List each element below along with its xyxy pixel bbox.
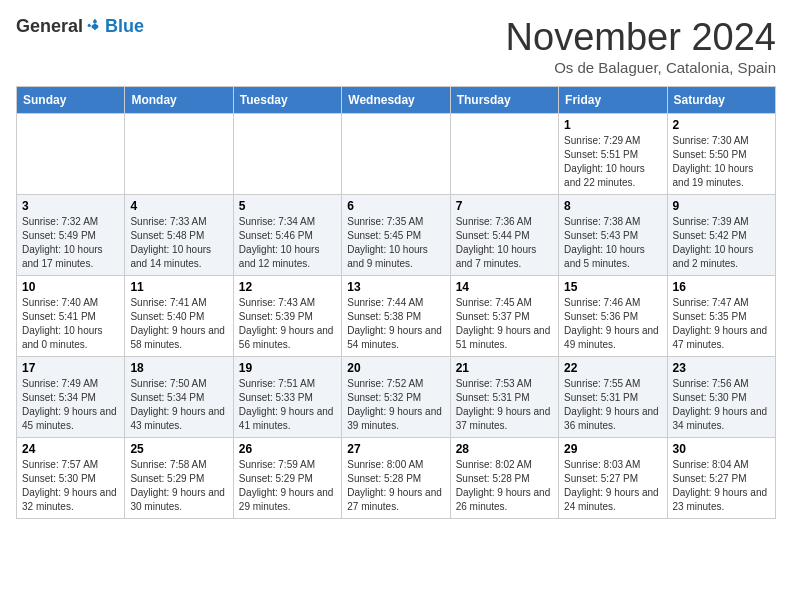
calendar-cell: 27Sunrise: 8:00 AMSunset: 5:28 PMDayligh… — [342, 438, 450, 519]
day-info: Sunrise: 7:49 AMSunset: 5:34 PMDaylight:… — [22, 377, 119, 433]
calendar-cell: 20Sunrise: 7:52 AMSunset: 5:32 PMDayligh… — [342, 357, 450, 438]
weekday-header-monday: Monday — [125, 87, 233, 114]
day-number: 7 — [456, 199, 553, 213]
calendar-cell: 8Sunrise: 7:38 AMSunset: 5:43 PMDaylight… — [559, 195, 667, 276]
day-number: 8 — [564, 199, 661, 213]
day-info: Sunrise: 7:52 AMSunset: 5:32 PMDaylight:… — [347, 377, 444, 433]
calendar-cell: 3Sunrise: 7:32 AMSunset: 5:49 PMDaylight… — [17, 195, 125, 276]
weekday-header-sunday: Sunday — [17, 87, 125, 114]
calendar-week-row: 3Sunrise: 7:32 AMSunset: 5:49 PMDaylight… — [17, 195, 776, 276]
day-number: 30 — [673, 442, 770, 456]
weekday-header-wednesday: Wednesday — [342, 87, 450, 114]
calendar-cell — [125, 114, 233, 195]
calendar-cell: 13Sunrise: 7:44 AMSunset: 5:38 PMDayligh… — [342, 276, 450, 357]
calendar-cell — [450, 114, 558, 195]
logo-blue-text: Blue — [105, 16, 144, 37]
calendar-week-row: 10Sunrise: 7:40 AMSunset: 5:41 PMDayligh… — [17, 276, 776, 357]
day-number: 17 — [22, 361, 119, 375]
day-info: Sunrise: 7:44 AMSunset: 5:38 PMDaylight:… — [347, 296, 444, 352]
weekday-header-row: SundayMondayTuesdayWednesdayThursdayFrid… — [17, 87, 776, 114]
day-info: Sunrise: 7:33 AMSunset: 5:48 PMDaylight:… — [130, 215, 227, 271]
day-info: Sunrise: 7:50 AMSunset: 5:34 PMDaylight:… — [130, 377, 227, 433]
day-info: Sunrise: 7:59 AMSunset: 5:29 PMDaylight:… — [239, 458, 336, 514]
day-info: Sunrise: 7:40 AMSunset: 5:41 PMDaylight:… — [22, 296, 119, 352]
calendar-cell: 30Sunrise: 8:04 AMSunset: 5:27 PMDayligh… — [667, 438, 775, 519]
day-info: Sunrise: 7:56 AMSunset: 5:30 PMDaylight:… — [673, 377, 770, 433]
logo-general-text: General — [16, 16, 83, 37]
day-info: Sunrise: 7:32 AMSunset: 5:49 PMDaylight:… — [22, 215, 119, 271]
calendar-cell: 26Sunrise: 7:59 AMSunset: 5:29 PMDayligh… — [233, 438, 341, 519]
day-info: Sunrise: 7:45 AMSunset: 5:37 PMDaylight:… — [456, 296, 553, 352]
page-header: General Blue November 2024 Os de Balague… — [16, 16, 776, 76]
calendar-cell: 28Sunrise: 8:02 AMSunset: 5:28 PMDayligh… — [450, 438, 558, 519]
day-number: 9 — [673, 199, 770, 213]
day-info: Sunrise: 7:36 AMSunset: 5:44 PMDaylight:… — [456, 215, 553, 271]
day-info: Sunrise: 7:58 AMSunset: 5:29 PMDaylight:… — [130, 458, 227, 514]
calendar-cell: 5Sunrise: 7:34 AMSunset: 5:46 PMDaylight… — [233, 195, 341, 276]
day-number: 1 — [564, 118, 661, 132]
day-number: 27 — [347, 442, 444, 456]
weekday-header-saturday: Saturday — [667, 87, 775, 114]
calendar-week-row: 1Sunrise: 7:29 AMSunset: 5:51 PMDaylight… — [17, 114, 776, 195]
calendar-cell: 11Sunrise: 7:41 AMSunset: 5:40 PMDayligh… — [125, 276, 233, 357]
day-number: 28 — [456, 442, 553, 456]
day-info: Sunrise: 7:30 AMSunset: 5:50 PMDaylight:… — [673, 134, 770, 190]
calendar-week-row: 24Sunrise: 7:57 AMSunset: 5:30 PMDayligh… — [17, 438, 776, 519]
calendar-cell: 18Sunrise: 7:50 AMSunset: 5:34 PMDayligh… — [125, 357, 233, 438]
calendar-cell: 12Sunrise: 7:43 AMSunset: 5:39 PMDayligh… — [233, 276, 341, 357]
calendar-cell — [233, 114, 341, 195]
day-number: 14 — [456, 280, 553, 294]
calendar-cell: 22Sunrise: 7:55 AMSunset: 5:31 PMDayligh… — [559, 357, 667, 438]
calendar-cell: 17Sunrise: 7:49 AMSunset: 5:34 PMDayligh… — [17, 357, 125, 438]
calendar-cell: 10Sunrise: 7:40 AMSunset: 5:41 PMDayligh… — [17, 276, 125, 357]
day-info: Sunrise: 7:43 AMSunset: 5:39 PMDaylight:… — [239, 296, 336, 352]
logo-bird-icon — [85, 17, 105, 37]
day-number: 12 — [239, 280, 336, 294]
weekday-header-friday: Friday — [559, 87, 667, 114]
calendar-cell: 4Sunrise: 7:33 AMSunset: 5:48 PMDaylight… — [125, 195, 233, 276]
calendar-cell: 7Sunrise: 7:36 AMSunset: 5:44 PMDaylight… — [450, 195, 558, 276]
day-number: 4 — [130, 199, 227, 213]
day-number: 15 — [564, 280, 661, 294]
calendar-cell: 16Sunrise: 7:47 AMSunset: 5:35 PMDayligh… — [667, 276, 775, 357]
calendar-cell: 15Sunrise: 7:46 AMSunset: 5:36 PMDayligh… — [559, 276, 667, 357]
calendar-table: SundayMondayTuesdayWednesdayThursdayFrid… — [16, 86, 776, 519]
day-number: 29 — [564, 442, 661, 456]
calendar-cell: 19Sunrise: 7:51 AMSunset: 5:33 PMDayligh… — [233, 357, 341, 438]
day-info: Sunrise: 8:02 AMSunset: 5:28 PMDaylight:… — [456, 458, 553, 514]
calendar-cell: 6Sunrise: 7:35 AMSunset: 5:45 PMDaylight… — [342, 195, 450, 276]
day-number: 23 — [673, 361, 770, 375]
day-info: Sunrise: 7:35 AMSunset: 5:45 PMDaylight:… — [347, 215, 444, 271]
day-number: 10 — [22, 280, 119, 294]
day-info: Sunrise: 8:04 AMSunset: 5:27 PMDaylight:… — [673, 458, 770, 514]
weekday-header-thursday: Thursday — [450, 87, 558, 114]
day-info: Sunrise: 7:51 AMSunset: 5:33 PMDaylight:… — [239, 377, 336, 433]
month-title: November 2024 — [506, 16, 776, 59]
day-info: Sunrise: 8:03 AMSunset: 5:27 PMDaylight:… — [564, 458, 661, 514]
calendar-cell: 25Sunrise: 7:58 AMSunset: 5:29 PMDayligh… — [125, 438, 233, 519]
day-number: 24 — [22, 442, 119, 456]
day-number: 22 — [564, 361, 661, 375]
day-number: 6 — [347, 199, 444, 213]
day-number: 25 — [130, 442, 227, 456]
day-info: Sunrise: 7:53 AMSunset: 5:31 PMDaylight:… — [456, 377, 553, 433]
day-info: Sunrise: 7:55 AMSunset: 5:31 PMDaylight:… — [564, 377, 661, 433]
calendar-cell: 24Sunrise: 7:57 AMSunset: 5:30 PMDayligh… — [17, 438, 125, 519]
day-info: Sunrise: 7:47 AMSunset: 5:35 PMDaylight:… — [673, 296, 770, 352]
calendar-week-row: 17Sunrise: 7:49 AMSunset: 5:34 PMDayligh… — [17, 357, 776, 438]
calendar-cell: 9Sunrise: 7:39 AMSunset: 5:42 PMDaylight… — [667, 195, 775, 276]
calendar-cell — [17, 114, 125, 195]
day-info: Sunrise: 7:29 AMSunset: 5:51 PMDaylight:… — [564, 134, 661, 190]
day-info: Sunrise: 7:34 AMSunset: 5:46 PMDaylight:… — [239, 215, 336, 271]
day-info: Sunrise: 7:41 AMSunset: 5:40 PMDaylight:… — [130, 296, 227, 352]
day-number: 16 — [673, 280, 770, 294]
calendar-cell: 14Sunrise: 7:45 AMSunset: 5:37 PMDayligh… — [450, 276, 558, 357]
day-info: Sunrise: 7:46 AMSunset: 5:36 PMDaylight:… — [564, 296, 661, 352]
day-number: 18 — [130, 361, 227, 375]
weekday-header-tuesday: Tuesday — [233, 87, 341, 114]
location-text: Os de Balaguer, Catalonia, Spain — [506, 59, 776, 76]
logo: General Blue — [16, 16, 144, 37]
calendar-cell: 29Sunrise: 8:03 AMSunset: 5:27 PMDayligh… — [559, 438, 667, 519]
day-number: 3 — [22, 199, 119, 213]
day-number: 19 — [239, 361, 336, 375]
